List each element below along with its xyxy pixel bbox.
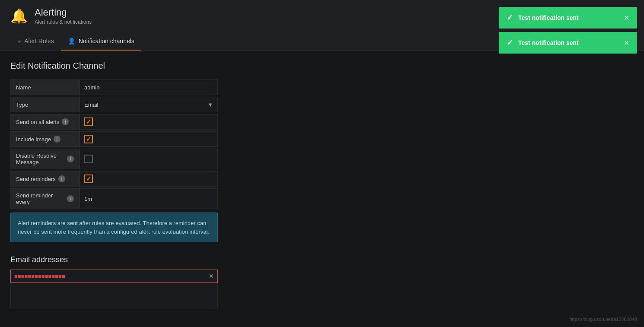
toast-container: ✓ Test notification sent ✕ ✓ Test notifi… xyxy=(499,7,637,54)
toast-message-2: Test notification sent xyxy=(518,39,618,46)
send-reminder-every-info-icon[interactable]: i xyxy=(67,195,74,202)
include-image-label: Include image i xyxy=(10,131,80,147)
email-addresses-title: Email addresses xyxy=(10,255,634,264)
reminder-info-text: Alert reminders are sent after rules are… xyxy=(18,219,210,236)
disable-resolve-info-icon[interactable]: i xyxy=(67,156,74,162)
type-label: Type xyxy=(10,97,80,112)
name-label: Name xyxy=(10,79,80,95)
name-value[interactable] xyxy=(80,79,218,95)
include-image-checkbox[interactable] xyxy=(84,135,93,143)
send-reminders-label: Send reminders i xyxy=(10,171,80,187)
send-on-all-alerts-checkbox[interactable] xyxy=(84,117,93,126)
send-on-all-alerts-label: Send on all alerts i xyxy=(10,114,80,130)
name-input[interactable] xyxy=(84,84,213,91)
send-on-all-alerts-value xyxy=(80,114,218,130)
app-subtitle: Alert rules & notifications xyxy=(35,19,92,25)
name-row: Name xyxy=(10,79,218,95)
disable-resolve-row: Disable Resolve Message i xyxy=(10,149,218,169)
send-reminder-every-label: Send reminder every i xyxy=(10,188,80,209)
email-clear-icon[interactable]: ✕ xyxy=(209,273,214,279)
include-image-value xyxy=(80,131,218,147)
send-reminders-checkbox[interactable] xyxy=(84,175,93,183)
include-image-info-icon[interactable]: i xyxy=(54,136,61,143)
send-reminders-info-icon[interactable]: i xyxy=(58,175,65,182)
send-reminder-every-value[interactable] xyxy=(80,188,218,209)
main-content: Edit Notification Channel Name Type Emai… xyxy=(0,51,644,319)
send-reminder-every-row: Send reminder every i xyxy=(10,188,218,209)
send-reminders-row: Send reminders i xyxy=(10,171,218,187)
header-text: Alerting Alert rules & notifications xyxy=(35,7,92,25)
reminder-info-box: Alert reminders are sent after rules are… xyxy=(10,213,218,242)
toast-2: ✓ Test notification sent ✕ xyxy=(499,32,637,54)
watermark: https://blog.csdn.net/a15382848 xyxy=(569,317,637,322)
app-title: Alerting xyxy=(35,7,92,18)
disable-resolve-value xyxy=(80,149,218,169)
people-icon: 👤 xyxy=(68,38,75,44)
type-select-wrap[interactable]: Email Slack PagerDuty Webhook ▼ xyxy=(80,97,218,112)
tab-notification-channels[interactable]: 👤 Notification channels xyxy=(61,32,141,51)
email-input-row: ✕ xyxy=(10,270,218,283)
send-on-all-alerts-row: Send on all alerts i xyxy=(10,114,218,130)
type-row: Type Email Slack PagerDuty Webhook ▼ xyxy=(10,97,218,112)
toast-message-1: Test notification sent xyxy=(518,14,618,21)
send-reminder-every-input[interactable] xyxy=(84,196,213,202)
toast-close-button-2[interactable]: ✕ xyxy=(624,39,629,47)
toast-check-icon-2: ✓ xyxy=(507,38,513,48)
type-select[interactable]: Email Slack PagerDuty Webhook xyxy=(84,102,213,108)
send-on-all-alerts-info-icon[interactable]: i xyxy=(62,118,69,125)
disable-resolve-checkbox[interactable] xyxy=(84,155,93,163)
toast-1: ✓ Test notification sent ✕ xyxy=(499,7,637,29)
bell-icon: 🔔 xyxy=(10,8,28,24)
list-icon: ≡ xyxy=(17,38,21,44)
include-image-row: Include image i xyxy=(10,131,218,147)
email-textarea-area[interactable] xyxy=(10,283,218,308)
disable-resolve-label: Disable Resolve Message i xyxy=(10,149,80,169)
email-input[interactable] xyxy=(14,273,209,279)
page-title: Edit Notification Channel xyxy=(10,61,634,71)
toast-check-icon-1: ✓ xyxy=(507,13,513,22)
tab-alert-rules[interactable]: ≡ Alert Rules xyxy=(10,32,61,51)
toast-close-button-1[interactable]: ✕ xyxy=(624,14,629,22)
send-reminders-value xyxy=(80,171,218,187)
